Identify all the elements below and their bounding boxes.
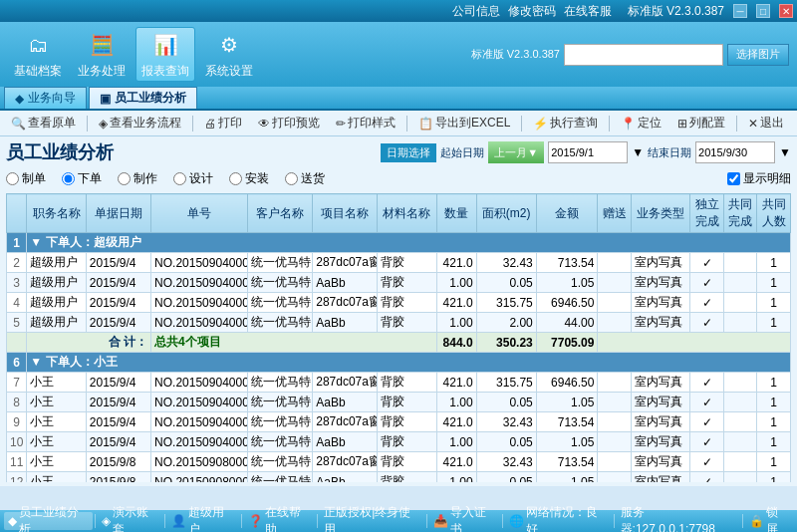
col-area: 面积(m2) (476, 194, 536, 233)
status-auth[interactable]: 正版授权|终身使用 (320, 512, 424, 530)
change-pwd-link[interactable]: 修改密码 (508, 3, 556, 20)
table-sum-row: 合 计： 总共4个项目 844.0 350.23 7705.09 (7, 333, 791, 353)
col-role: 职务名称 (27, 194, 86, 233)
status-sep5 (426, 514, 427, 528)
sep5 (609, 116, 610, 132)
date-filter: 日期选择 起始日期 上一月▼ ▼ 结束日期 ▼ (381, 141, 791, 163)
execute-query-button[interactable]: ⚡ 执行查询 (526, 114, 605, 133)
status-sep6 (502, 514, 503, 528)
table-row[interactable]: 12 小王 2015/9/8 NO.201509080001 统一优马特 AaB… (7, 472, 791, 483)
toolbar-report[interactable]: 📊 报表查询 (135, 27, 195, 82)
print-icon: 🖨 (204, 117, 216, 131)
table-row[interactable]: 10 小王 2015/9/4 NO.201509040004 统一优马特 AaB… (7, 432, 791, 452)
close-button[interactable]: ✕ (779, 4, 793, 18)
status-sep8 (742, 514, 743, 528)
business-guide-label: 业务向导 (28, 90, 76, 107)
table-group-header: 6 ▼ 下单人：小王 (7, 353, 791, 373)
browse-flow-label: 查看业务流程 (110, 115, 181, 132)
status-employee-analysis[interactable]: ◆ 员工业绩分析 (4, 512, 93, 530)
table-row[interactable]: 3 超级用户 2015/9/4 NO.201509040001 统一优马特 Aa… (7, 273, 791, 293)
export-excel-button[interactable]: 📋 导出到EXCEL (411, 114, 517, 133)
business-label: 业务处理 (78, 63, 126, 80)
status-import-label: 导入证书 (450, 504, 496, 532)
status-help[interactable]: ❓ 在线帮助 (244, 512, 315, 530)
table-row[interactable]: 9 小王 2015/9/4 NO.201509040004 统一优马特 287d… (7, 412, 791, 432)
select-image-button[interactable]: 选择图片 (727, 44, 789, 66)
table-row[interactable]: 8 小王 2015/9/4 NO.201509040003 统一优马特 AaBb… (7, 393, 791, 412)
browse-all-button[interactable]: 🔍 查看原单 (4, 114, 83, 133)
table-container[interactable]: 职务名称 单据日期 单号 客户名称 项目名称 材料名称 数量 面积(m2) 金额… (6, 193, 791, 482)
table-row[interactable]: 4 超级用户 2015/9/4 NO.201509040002 统一优马特 28… (7, 293, 791, 313)
radio-install[interactable]: 安装 (229, 170, 269, 187)
dropdown-arrow-end[interactable]: ▼ (779, 145, 791, 159)
toolbar-settings[interactable]: ⚙ 系统设置 (199, 27, 259, 82)
table-row[interactable]: 5 超级用户 2015/9/4 NO.201509040002 统一优马特 Aa… (7, 313, 791, 333)
col-setting-label: 列配置 (689, 115, 725, 132)
locate-button[interactable]: 📍 定位 (614, 114, 668, 133)
status-demo-label: 演示账套 (113, 504, 159, 532)
print-preview-button[interactable]: 👁 打印预览 (251, 114, 327, 133)
show-detail-checkbox[interactable] (727, 172, 740, 185)
radio-make-order[interactable]: 制单 (6, 170, 46, 187)
status-analysis-icon: ◆ (8, 514, 17, 528)
maximize-button[interactable]: □ (756, 4, 770, 18)
table-row[interactable]: 7 小王 2015/9/4 NO.201509040003 统一优马特 287d… (7, 373, 791, 393)
browse-flow-button[interactable]: ◈ 查看业务流程 (92, 114, 188, 133)
dropdown-arrow-start[interactable]: ▼ (632, 145, 644, 159)
toolbar-basic-files[interactable]: 🗂 基础档案 (8, 27, 68, 82)
status-user-label: 超级用户 (188, 504, 234, 532)
company-info-link[interactable]: 公司信息 (452, 3, 500, 20)
status-server: 服务器:127.0.0.1:7798 (617, 512, 740, 530)
minimize-button[interactable]: ─ (733, 4, 747, 18)
toolbar-business[interactable]: 🧮 业务处理 (72, 27, 132, 82)
tab-business-guide[interactable]: ◆ 业务向导 (4, 87, 87, 109)
status-network-icon: 🌐 (509, 514, 524, 528)
status-bar: ◆ 员工业绩分析 ◈ 演示账套 👤 超级用户 ❓ 在线帮助 正版授权|终身使用 … (0, 510, 797, 532)
col-gift: 赠送 (598, 194, 632, 233)
status-network[interactable]: 🌐 网络情况：良好 (505, 512, 611, 530)
status-sep4 (317, 514, 318, 528)
status-user[interactable]: 👤 超级用户 (167, 512, 238, 530)
tab-employee-analysis[interactable]: ▣ 员工业绩分析 (89, 87, 197, 109)
radio-place-order[interactable]: 下单 (62, 170, 102, 187)
title-bar: 公司信息 修改密码 在线客服 标准版 V2.3.0.387 ─ □ ✕ (0, 0, 797, 22)
online-service-link[interactable]: 在线客服 (564, 3, 612, 20)
browse-all-icon: 🔍 (11, 117, 26, 131)
version-display: 标准版 V2.3.0.387 (471, 47, 560, 62)
toolbar-right: 标准版 V2.3.0.387 选择图片 (471, 44, 789, 66)
status-lock-icon: 🔒 (749, 514, 764, 528)
radio-design[interactable]: 设计 (173, 170, 213, 187)
start-date-input[interactable] (548, 141, 628, 163)
exit-button[interactable]: ✕ 退出 (741, 114, 791, 133)
table-row[interactable]: 2 超级用户 2015/9/4 NO.201509040001 统一优马特 28… (7, 253, 791, 273)
exit-icon: ✕ (748, 117, 758, 131)
status-auth-label: 正版授权|终身使用 (324, 504, 420, 532)
radio-make[interactable]: 制作 (118, 170, 157, 187)
col-amount: 金额 (536, 194, 598, 233)
status-demo[interactable]: ◈ 演示账套 (98, 512, 163, 530)
print-style-button[interactable]: ✏ 打印样式 (329, 114, 402, 133)
end-date-input[interactable] (695, 141, 775, 163)
title-bar-right: 公司信息 修改密码 在线客服 标准版 V2.3.0.387 ─ □ ✕ (452, 3, 793, 20)
search-input[interactable] (564, 44, 723, 66)
print-label: 打印 (218, 115, 242, 132)
status-lock-label: 锁屏 (766, 504, 789, 532)
print-button[interactable]: 🖨 打印 (197, 114, 249, 133)
show-detail-checkbox-row: 显示明细 (727, 170, 791, 187)
date-filter-label: 日期选择 (381, 143, 436, 162)
print-style-icon: ✏ (336, 117, 346, 131)
table-row[interactable]: 11 小王 2015/9/8 NO.201509080001 统一优马特 287… (7, 452, 791, 472)
settings-label: 系统设置 (205, 63, 253, 80)
table-header-row: 职务名称 单据日期 单号 客户名称 项目名称 材料名称 数量 面积(m2) 金额… (7, 194, 791, 233)
status-import-cert[interactable]: 📥 导入证书 (429, 512, 500, 530)
period-button[interactable]: 上一月▼ (488, 141, 544, 163)
sep2 (192, 116, 193, 132)
print-preview-label: 打印预览 (272, 115, 320, 132)
status-network-label: 网络情况：良好 (526, 504, 607, 532)
col-project: 项目名称 (313, 194, 378, 233)
version-label: 标准版 V2.3.0.387 (628, 3, 724, 20)
col-setting-button[interactable]: ⊞ 列配置 (670, 114, 732, 133)
radio-row: 制单 下单 制作 设计 安装 送货 显示明细 (6, 168, 791, 189)
radio-deliver[interactable]: 送货 (285, 170, 325, 187)
status-lock[interactable]: 🔒 锁屏 (745, 512, 793, 530)
